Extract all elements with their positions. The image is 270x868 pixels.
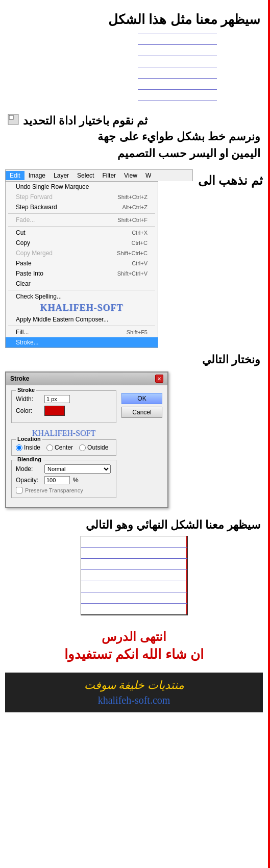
line-row — [138, 79, 217, 90]
separator — [8, 226, 155, 227]
mode-label: Mode: — [16, 465, 41, 473]
menu-item-w[interactable]: W — [141, 171, 155, 180]
menu-item-filter[interactable]: Filter — [98, 171, 120, 180]
dialog-buttons: OK Cancel — [121, 390, 162, 502]
menu-item-image[interactable]: Image — [24, 171, 50, 180]
ending-line1: انتهى الدرس — [8, 630, 260, 644]
menu-item-layer[interactable]: Layer — [50, 171, 73, 180]
line-row — [138, 56, 217, 67]
stroke-dialog-container: Stroke ✕ Stroke Width: — [5, 371, 263, 508]
menu-item-view[interactable]: View — [120, 171, 141, 180]
mode-select[interactable]: Normal Dissolve Multiply — [44, 464, 111, 474]
line-row — [138, 67, 217, 79]
radio-outside-label: Outside — [87, 444, 108, 451]
result-lines-box — [81, 536, 188, 615]
menu-undo[interactable]: Undo Single Row Marquee — [6, 182, 158, 192]
radio-outside: Outside — [79, 444, 108, 451]
menu-item-edit[interactable]: Edit — [6, 171, 24, 180]
separator — [8, 290, 155, 290]
section2-line3: اليمين او اليسر حسب التصميم — [8, 145, 260, 162]
section-2: ثم نقوم باختيار اداة التحديد ونرسم خط بش… — [5, 109, 263, 167]
radio-center-label: Center — [55, 444, 73, 451]
next-section: ونختار التالي — [5, 351, 263, 369]
next-text: ونختار التالي — [202, 351, 260, 368]
footer-logo2: khalifeh-soft.com — [8, 695, 260, 706]
preserve-label: Preserve Transparency — [25, 487, 83, 493]
menu-apply-middle[interactable]: Apply Middle Eastern Composer... — [6, 314, 158, 325]
ending-section: انتهى الدرس ان شاء الله انكم تستفيدوا — [5, 622, 263, 665]
opacity-input[interactable] — [44, 476, 70, 484]
menu-clear[interactable]: Clear — [6, 279, 158, 289]
result-wrapper — [8, 536, 260, 615]
section1-heading: سيظهر معنا مثل هذا الشكل — [8, 10, 260, 29]
radio-outside-input[interactable] — [79, 444, 86, 451]
svg-rect-1 — [9, 115, 13, 119]
radio-inside: Inside — [16, 444, 40, 451]
line-row — [138, 90, 217, 101]
menu-fade: Fade... Shift+Ctrl+F — [6, 215, 158, 225]
section2-line1: ثم نقوم باختيار اداة التحديد — [23, 114, 148, 128]
result-line — [81, 536, 187, 548]
separator — [8, 326, 155, 326]
menu-cut[interactable]: Cut Ctrl+X — [6, 228, 158, 238]
dialog-titlebar: Stroke ✕ — [6, 373, 167, 385]
result-line — [81, 592, 187, 604]
menu-paste-into[interactable]: Paste Into Shift+Ctrl+V — [6, 268, 158, 279]
opacity-row: Opacity: % — [16, 476, 112, 484]
page-wrapper: سيظهر معنا مثل هذا الشكل ثم نقوم باختيار… — [0, 0, 270, 717]
blending-group: Blending Mode: Normal Dissolve Multiply — [11, 460, 116, 498]
menu-logo-row: KHALIFEH-SOFT — [6, 302, 158, 314]
ps-menu-bar: Edit Image Layer Select Filter View W — [5, 169, 193, 181]
result-line — [81, 559, 187, 570]
footer-section: منتديات خليفة سوفت khalifeh-soft.com — [5, 673, 263, 712]
selection-icon — [8, 114, 19, 128]
location-group-label: Location — [16, 436, 42, 442]
footer-logo1: منتديات خليفة سوفت — [8, 679, 260, 692]
width-label: Width: — [16, 395, 41, 403]
menu-paste[interactable]: Paste Ctrl+V — [6, 258, 158, 268]
color-row: Color: — [16, 406, 112, 416]
blending-group-label: Blending — [16, 456, 43, 462]
line-row — [138, 45, 217, 56]
ending-line2: ان شاء الله انكم تستفيدوا — [8, 647, 260, 662]
radio-inside-label: Inside — [24, 444, 40, 451]
lines-container — [135, 34, 217, 101]
dialog-body: Stroke Width: Color: — [6, 385, 167, 507]
opacity-label: Opacity: — [16, 477, 41, 484]
color-swatch[interactable] — [44, 406, 65, 416]
radio-inside-input[interactable] — [16, 444, 22, 451]
radio-center: Center — [46, 444, 73, 451]
stroke-group-label: Stroke — [16, 387, 36, 393]
preserve-row: Preserve Transparency — [16, 487, 112, 493]
menu-copy-merged: Copy Merged Shift+Ctrl+C — [6, 248, 158, 258]
final-section: سيظهر معنا الشكل النهائي وهو التالي — [5, 513, 263, 622]
ps-dropdown: Undo Single Row Marquee Step Forward Shi… — [5, 181, 158, 348]
result-line — [81, 570, 187, 581]
cancel-button[interactable]: Cancel — [121, 407, 162, 418]
mode-row: Mode: Normal Dissolve Multiply — [16, 464, 112, 474]
menu-step-backward[interactable]: Step Backward Alt+Ctrl+Z — [6, 202, 158, 212]
ok-button[interactable]: OK — [121, 393, 162, 404]
preserve-checkbox[interactable] — [16, 487, 22, 493]
line-row — [138, 34, 217, 45]
stroke-group: Stroke Width: Color: — [11, 390, 116, 423]
location-group: Location Inside Center — [11, 439, 116, 456]
menu-item-select[interactable]: Select — [73, 171, 98, 180]
menu-copy[interactable]: Copy Ctrl+C — [6, 238, 158, 248]
dialog-title: Stroke — [10, 375, 29, 382]
separator — [8, 213, 155, 214]
result-line — [81, 604, 187, 615]
location-radio-group: Inside Center Outside — [16, 444, 112, 451]
section2-line2: ونرسم خط بشكل طوايء على جهة — [8, 128, 260, 145]
section-1: سيظهر معنا مثل هذا الشكل — [5, 5, 263, 109]
menu-stroke[interactable]: Stroke... — [6, 337, 158, 348]
result-line — [81, 581, 187, 592]
color-label: Color: — [16, 407, 41, 414]
menu-step-forward: Step Forward Shift+Ctrl+Z — [6, 192, 158, 202]
dialog-close-button[interactable]: ✕ — [155, 375, 163, 383]
width-input[interactable] — [44, 395, 70, 403]
menu-fill[interactable]: Fill... Shift+F5 — [6, 327, 158, 337]
radio-center-input[interactable] — [46, 444, 53, 451]
menu-check-spelling[interactable]: Check Spelling... — [6, 291, 158, 302]
goto-text: ثم نذهب الى — [198, 172, 263, 189]
